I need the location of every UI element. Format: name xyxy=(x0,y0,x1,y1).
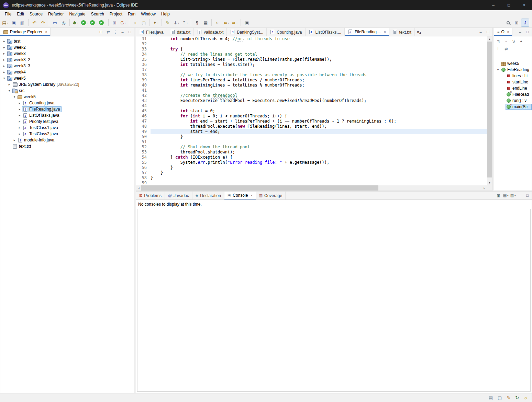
edit-mode-button[interactable]: ✎ xyxy=(507,395,510,400)
outline-item-startline[interactable]: startLine xyxy=(494,79,532,85)
code-line-57[interactable]: 57 } xyxy=(136,170,487,175)
editor-minimize-button[interactable]: – xyxy=(477,29,484,35)
new-wizard-button[interactable]: ▤▾ xyxy=(1,19,9,27)
console-tab-declaration[interactable]: ◈Declaration xyxy=(192,192,224,199)
chevron-right-icon[interactable]: ▸ xyxy=(2,64,7,68)
pe-item-prioritytest-java[interactable]: ▸PriorityTest.java xyxy=(0,118,134,125)
console-tab-coverage[interactable]: ▥Coverage xyxy=(256,192,286,199)
search-button[interactable]: ✦▾ xyxy=(152,19,160,27)
editor-tab-bankingsyst[interactable]: BankingSyst... xyxy=(227,28,267,36)
code-line-33[interactable]: 33 try { xyxy=(136,47,487,52)
chevron-right-icon[interactable]: ▸ xyxy=(17,114,22,117)
show-views-button[interactable]: ▢ xyxy=(498,395,502,400)
chevron-right-icon[interactable]: ▸ xyxy=(2,58,7,61)
forward-button[interactable]: ⇨▾ xyxy=(231,19,239,27)
chevron-right-icon[interactable]: ▸ xyxy=(17,132,22,136)
scroll-left-icon[interactable]: ◂ xyxy=(136,186,141,189)
open-console-button[interactable]: ▭ xyxy=(51,19,59,27)
undo-button[interactable]: ↶ xyxy=(30,19,38,27)
editor-tab-validate-txt[interactable]: validate.txt xyxy=(194,28,227,36)
menu-item-project[interactable]: Project xyxy=(107,11,125,17)
code-line-43[interactable]: 43 ExecutorService threadPool = Executor… xyxy=(136,98,487,103)
window-maximize-button[interactable]: □ xyxy=(501,0,517,10)
pe-view-menu-button[interactable]: ⋮ xyxy=(112,29,119,35)
scroll-right-icon[interactable]: ▸ xyxy=(482,186,487,189)
chevron-down-icon[interactable]: ▾ xyxy=(12,95,17,99)
code-line-36[interactable]: 36 int totalLines = lines.size(); xyxy=(136,62,487,67)
open-perspective-button[interactable]: ⊞ xyxy=(512,19,521,27)
pe-item-testclass1-java[interactable]: ▸TestClass1.java xyxy=(0,125,134,131)
run-button[interactable]: ▶▾ xyxy=(80,19,89,27)
pin-editor-button[interactable]: ▣ xyxy=(243,19,251,27)
code-line-50[interactable]: 50 } xyxy=(136,134,487,139)
pe-item-week3[interactable]: ▸week3 xyxy=(0,50,134,57)
console-maximize-button[interactable]: □ xyxy=(524,192,531,199)
code-editor[interactable]: 31 int numberOfThreads = 4; //nr. of thr… xyxy=(136,36,487,185)
menu-item-refactor[interactable]: Refactor xyxy=(45,11,66,17)
menu-item-window[interactable]: Window xyxy=(138,11,158,17)
show-whitespace-button[interactable]: ¶ xyxy=(193,19,201,27)
next-annotation-button[interactable]: ⇣▾ xyxy=(172,19,180,27)
console-display-selected-console-button[interactable]: ▤▾ xyxy=(502,192,509,199)
java-perspective-button[interactable]: J xyxy=(521,19,529,27)
close-icon[interactable]: × xyxy=(384,30,386,34)
outline-hide-fields-button[interactable]: ▫ xyxy=(503,38,509,45)
outline-item-week5[interactable]: week5 xyxy=(494,60,532,67)
profile-button[interactable]: ▶▾ xyxy=(98,19,107,27)
code-line-34[interactable]: 34 // read the lines and get total xyxy=(136,52,487,57)
code-line-49[interactable]: 49 start = end; xyxy=(136,129,487,134)
pe-item-week3-3[interactable]: ▸week3_3 xyxy=(0,63,134,69)
code-line-41[interactable]: 41 xyxy=(136,88,487,93)
block-selection-button[interactable]: ▦ xyxy=(201,19,210,27)
pe-item-listoftasks-java[interactable]: ▸ListOfTasks.java xyxy=(0,112,134,118)
code-line-35[interactable]: 35 List<String> lines = Files.readAllLin… xyxy=(136,57,487,62)
pe-item-week4[interactable]: ▸week4 xyxy=(0,69,134,75)
last-edit-location-button[interactable]: ⇤ xyxy=(213,19,222,27)
editor-tab-listoftasks[interactable]: ListOfTasks.... xyxy=(306,28,345,36)
tab-overflow-chevron[interactable]: »4 xyxy=(415,28,423,36)
pe-item-counting-java[interactable]: ▸Counting.java xyxy=(0,100,134,106)
code-line-53[interactable]: 53 threadPool.shutdown(); xyxy=(136,150,487,155)
console-minimize-button[interactable]: – xyxy=(517,192,523,199)
editor-presentation-button[interactable]: ▤ xyxy=(489,395,493,400)
horizontal-scrollbar-thumb[interactable] xyxy=(141,185,378,191)
editor-tab-counting-java[interactable]: Counting.java xyxy=(267,28,305,36)
code-line-44[interactable]: 44 xyxy=(136,103,487,108)
chevron-down-icon[interactable]: ▾ xyxy=(496,68,500,71)
window-minimize-button[interactable]: – xyxy=(486,0,501,10)
editor-maximize-button[interactable]: □ xyxy=(485,29,491,35)
previous-annotation-button[interactable]: ⇡▾ xyxy=(181,19,189,27)
chevron-right-icon[interactable]: ▸ xyxy=(2,39,7,43)
editor-tab-data-txt[interactable]: data.txt xyxy=(167,28,194,36)
pe-minimize-button[interactable]: – xyxy=(119,29,126,35)
menu-item-help[interactable]: Help xyxy=(158,11,173,17)
outline-maximize-button[interactable]: □ xyxy=(524,29,531,35)
coverage-button[interactable]: ▶▾ xyxy=(89,19,98,27)
code-line-51[interactable]: 51 xyxy=(136,139,487,145)
close-icon[interactable]: × xyxy=(251,194,252,197)
save-button[interactable]: ▣ xyxy=(10,19,18,27)
pe-item-text-txt[interactable]: text.txt xyxy=(0,143,134,149)
editor-tab-filereading[interactable]: FileReading....× xyxy=(345,28,389,36)
chevron-right-icon[interactable]: ▸ xyxy=(2,70,7,74)
open-type-button[interactable]: ○ xyxy=(131,19,139,27)
mark-occurrences-button[interactable]: ✎ xyxy=(164,19,172,27)
package-explorer-tab[interactable]: Package Explorer × xyxy=(0,28,51,36)
quick-search-button[interactable] xyxy=(504,19,512,27)
scroll-down-icon[interactable]: ▾ xyxy=(487,180,492,185)
menu-item-edit[interactable]: Edit xyxy=(14,11,27,17)
chevron-right-icon[interactable]: ▸ xyxy=(17,126,22,129)
scroll-up-icon[interactable]: ▴ xyxy=(487,36,492,42)
code-line-48[interactable]: 48 threadPool.execute(new FileReading(li… xyxy=(136,124,487,129)
pe-item-testclass2-java[interactable]: ▸TestClass2.java xyxy=(0,131,134,137)
chevron-right-icon[interactable]: ▸ xyxy=(2,46,7,49)
close-icon[interactable]: × xyxy=(507,30,509,34)
pe-item-src[interactable]: ▾src xyxy=(0,88,134,94)
code-line-59[interactable]: 59 xyxy=(136,181,487,185)
outline-item-main-str[interactable]: main(Str xyxy=(494,104,532,110)
console-pin-console-button[interactable]: ▣ xyxy=(495,192,502,199)
menu-item-navigate[interactable]: Navigate xyxy=(66,11,88,17)
outline-item-run-v[interactable]: run() : v xyxy=(494,97,532,104)
chevron-right-icon[interactable]: ▸ xyxy=(17,120,22,123)
console-tab-console[interactable]: ▣Console× xyxy=(224,192,256,199)
